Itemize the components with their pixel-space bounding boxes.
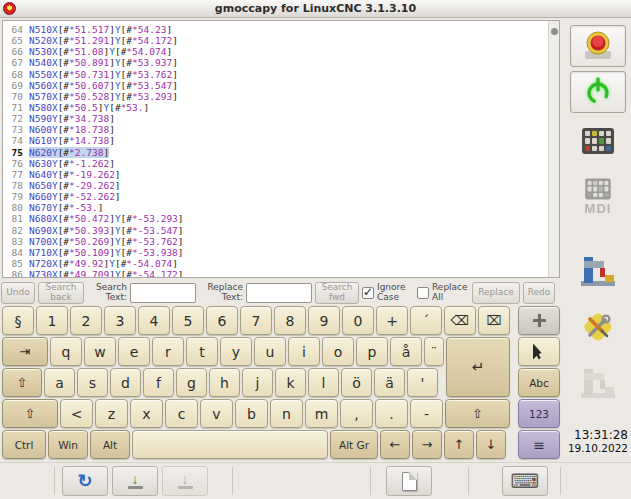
search-text-input[interactable] xyxy=(130,283,196,303)
reload-button[interactable]: ↻ xyxy=(62,466,108,496)
save-as-button[interactable]: ↓ xyxy=(162,466,208,496)
alt-key[interactable]: Alt xyxy=(90,430,130,459)
keyboard-key[interactable]: h xyxy=(209,368,240,397)
keyboard-key[interactable]: 9 xyxy=(308,306,340,335)
arrow-up-key[interactable]: ↑ xyxy=(444,430,474,459)
keyboard-key[interactable]: o xyxy=(322,337,354,366)
num-layer-key[interactable]: 123 xyxy=(518,399,560,428)
keypad-button[interactable] xyxy=(570,118,626,164)
search-fwd-button[interactable]: Search fwd xyxy=(315,282,359,304)
caps-key[interactable]: ⇧ xyxy=(2,368,42,397)
mdi-button[interactable]: MDI xyxy=(570,168,626,224)
keyboard-key[interactable]: a xyxy=(44,368,75,397)
keyboard-key[interactable]: p xyxy=(356,337,388,366)
code-line[interactable]: 76N630Y[#*-1.262] xyxy=(3,158,547,169)
code-line[interactable]: 65N520X[#*51.291]Y[#*54.172] xyxy=(3,35,547,46)
keyboard-key[interactable]: e xyxy=(118,337,150,366)
keyboard-key[interactable]: w xyxy=(84,337,116,366)
keyboard-key[interactable]: s xyxy=(77,368,108,397)
keyboard-key[interactable]: 5 xyxy=(172,306,204,335)
win-key[interactable]: Win xyxy=(48,430,88,459)
keyboard-key[interactable]: z xyxy=(95,399,128,428)
code-line[interactable]: 80N670Y[#*-53.] xyxy=(3,202,547,213)
keyboard-key[interactable]: g xyxy=(176,368,207,397)
keyboard-key[interactable]: y xyxy=(220,337,252,366)
keyboard-toggle-button[interactable]: ⌨ xyxy=(502,466,548,496)
ignore-case-checkbox[interactable] xyxy=(362,287,374,299)
tool-settings-button[interactable] xyxy=(570,246,626,296)
keyboard-key[interactable]: ä xyxy=(374,368,405,397)
keyboard-key[interactable]: b xyxy=(235,399,268,428)
code-line[interactable]: 69N560X[#*50.607]Y[#*53.547] xyxy=(3,80,547,91)
keyboard-key[interactable]: . xyxy=(375,399,408,428)
keyboard-key[interactable]: v xyxy=(200,399,233,428)
keyboard-key[interactable]: d xyxy=(110,368,141,397)
keyboard-key[interactable]: , xyxy=(340,399,373,428)
keyboard-key[interactable]: j xyxy=(242,368,273,397)
arrow-left-key[interactable]: ← xyxy=(380,430,410,459)
search-back-button[interactable]: Search back xyxy=(38,282,84,304)
abc-layer-key[interactable]: Abc xyxy=(518,368,560,397)
ignore-case-option[interactable]: Ignore Case xyxy=(362,283,414,303)
keyboard-key[interactable]: ¨ xyxy=(424,337,444,366)
keyboard-key[interactable]: n xyxy=(270,399,303,428)
code-line[interactable]: 85N720X[#*49.92]Y[#*-54.074] xyxy=(3,258,547,269)
code-line[interactable]: 81N680X[#*50.472]Y[#*-53.293] xyxy=(3,213,547,224)
code-line[interactable]: 68N550X[#*50.731]Y[#*53.762] xyxy=(3,69,547,80)
delete-key[interactable]: ⌧ xyxy=(478,306,510,335)
keyboard-key[interactable]: x xyxy=(130,399,163,428)
arrow-right-key[interactable]: → xyxy=(412,430,442,459)
keyboard-key[interactable]: 3 xyxy=(104,306,136,335)
arrow-down-key[interactable]: ↓ xyxy=(476,430,506,459)
keyboard-key[interactable]: § xyxy=(2,306,34,335)
right-shift-key[interactable]: ⇧ xyxy=(445,399,510,428)
keyboard-key[interactable]: ' xyxy=(407,368,438,397)
new-file-button[interactable] xyxy=(386,466,432,496)
tab-key[interactable]: ⇥ xyxy=(2,337,48,366)
keyboard-key[interactable]: 7 xyxy=(240,306,272,335)
keyboard-key[interactable]: t xyxy=(186,337,218,366)
save-button[interactable]: ↓ xyxy=(112,466,158,496)
space-key[interactable] xyxy=(132,430,328,459)
code-line[interactable]: 67N540X[#*50.891]Y[#*53.937] xyxy=(3,57,547,68)
left-shift-key[interactable]: ⇧ xyxy=(2,399,58,428)
enter-key[interactable]: ↵ xyxy=(446,337,510,397)
code-line[interactable]: 74N610Y[#*14.738] xyxy=(3,135,547,146)
keyboard-key[interactable]: ´ xyxy=(410,306,442,335)
estop-button[interactable] xyxy=(570,25,626,67)
keyboard-key[interactable]: 1 xyxy=(36,306,68,335)
undo-button[interactable]: Undo xyxy=(1,282,35,304)
altgr-key[interactable]: Alt Gr xyxy=(330,430,378,459)
keyboard-key[interactable]: k xyxy=(275,368,306,397)
code-line[interactable]: 83N700X[#*50.269]Y[#*-53.762] xyxy=(3,236,547,247)
code-line[interactable]: 71N580X[#*50.5]Y[#*53.] xyxy=(3,102,547,113)
keyboard-key[interactable]: < xyxy=(60,399,93,428)
replace-all-checkbox[interactable] xyxy=(417,287,429,299)
backspace-key[interactable]: ⌫ xyxy=(444,306,476,335)
code-line[interactable]: 86N730X[#*49.709]Y[#*-54.172] xyxy=(3,269,547,278)
ctrl-key[interactable]: Ctrl xyxy=(2,430,46,459)
keyboard-key[interactable]: u xyxy=(254,337,286,366)
redo-button[interactable]: Redo xyxy=(523,282,555,304)
settings-button[interactable] xyxy=(570,302,626,352)
keyboard-key[interactable]: 4 xyxy=(138,306,170,335)
keyboard-key[interactable]: 2 xyxy=(70,306,102,335)
keyboard-key[interactable]: - xyxy=(410,399,443,428)
keyboard-key[interactable]: ö xyxy=(341,368,372,397)
code-line[interactable]: 70N570X[#*50.528]Y[#*53.293] xyxy=(3,91,547,102)
code-line[interactable]: 84N710X[#*50.109]Y[#*-53.938] xyxy=(3,247,547,258)
code-line[interactable]: 78N650Y[#*-29.262] xyxy=(3,180,547,191)
keyboard-key[interactable]: 8 xyxy=(274,306,306,335)
replace-all-option[interactable]: Replace All xyxy=(417,283,469,303)
code-line[interactable]: 79N660Y[#*-52.262] xyxy=(3,191,547,202)
keyboard-key[interactable]: r xyxy=(152,337,184,366)
keyboard-key[interactable]: q xyxy=(50,337,82,366)
keyboard-move-key[interactable] xyxy=(518,306,560,335)
keyboard-key[interactable]: f xyxy=(143,368,174,397)
keyboard-key[interactable]: å xyxy=(390,337,422,366)
code-line[interactable]: 77N640Y[#*-19.262] xyxy=(3,169,547,180)
code-line[interactable]: 66N530X[#*51.08]Y[#*54.074] xyxy=(3,46,547,57)
menu-key[interactable]: ≡ xyxy=(518,430,560,459)
gcode-editor[interactable]: 64N510X[#*51.517]Y[#*54.23]65N520X[#*51.… xyxy=(2,20,560,278)
replace-button[interactable]: Replace xyxy=(472,282,520,304)
